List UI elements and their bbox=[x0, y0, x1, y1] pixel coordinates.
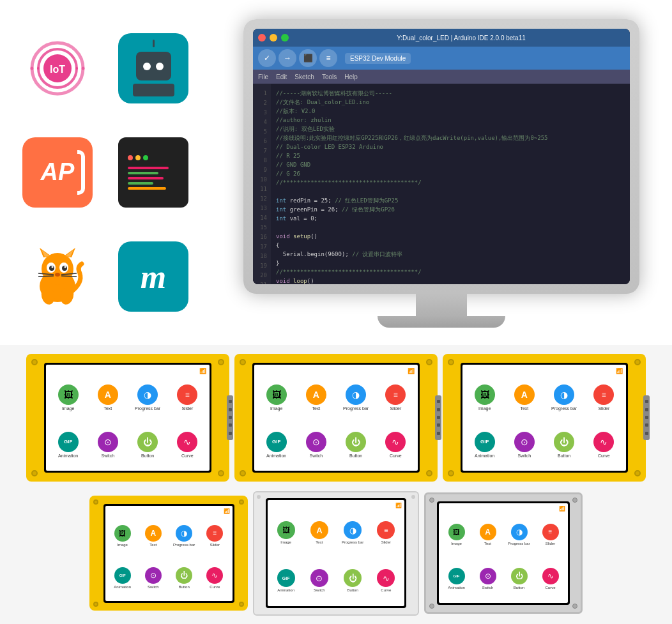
ln-5: 5 bbox=[264, 127, 267, 136]
app-slider-3[interactable]: ≡Slider bbox=[585, 376, 623, 421]
ln-15: 15 bbox=[260, 223, 267, 232]
app-slider-6[interactable]: ≡Slider bbox=[535, 513, 565, 556]
app-switch-4[interactable]: ⊙Switch bbox=[139, 558, 168, 598]
app-switch-1[interactable]: ⊙ Switch bbox=[89, 422, 126, 468]
app-image-2[interactable]: 🖼Image bbox=[257, 376, 295, 421]
window-min-btn[interactable] bbox=[270, 34, 277, 42]
app-curve-2-label: Curve bbox=[390, 453, 402, 458]
connector-pin bbox=[645, 423, 648, 427]
debug-btn[interactable]: ⬛ bbox=[299, 49, 317, 67]
app-animation-4-icon: GIF bbox=[114, 567, 131, 584]
verify-btn[interactable]: ✓ bbox=[258, 49, 276, 67]
app-text-4[interactable]: AText bbox=[139, 515, 168, 556]
app-progress-6[interactable]: ◑Progress bar bbox=[504, 513, 534, 556]
code-line-8: // R 25 bbox=[276, 151, 625, 160]
app-text-label: Text bbox=[103, 406, 112, 411]
app-slider-2[interactable]: ≡Slider bbox=[377, 376, 415, 421]
app-curve-5[interactable]: ∿Curve bbox=[370, 558, 402, 604]
app-text-6[interactable]: AText bbox=[473, 513, 503, 556]
app-text[interactable]: A Text bbox=[89, 376, 126, 421]
app-text-3-icon: A bbox=[514, 384, 535, 405]
dot-yellow bbox=[135, 155, 141, 160]
app-curve-6[interactable]: ∿Curve bbox=[535, 558, 565, 601]
port-selector[interactable]: ESP32 Dev Module bbox=[345, 53, 411, 64]
app-slider-5[interactable]: ≡Slider bbox=[370, 510, 402, 556]
app-switch-6[interactable]: ⊙Switch bbox=[473, 558, 503, 601]
app-button-5[interactable]: ⏻Button bbox=[337, 558, 369, 604]
app-grid-3: 🖼Image AText ◑Progress bar ≡Slider GIFAn… bbox=[466, 376, 623, 468]
code-content[interactable]: //-----湖南软坛博智媒科技有限公司----- //文件名: Dual_co… bbox=[271, 84, 630, 284]
app-animation-2-label: Animation bbox=[266, 453, 286, 458]
app-grid-5: 🖼Image AText ◑Progress bar ≡Slider GIFAn… bbox=[270, 510, 402, 604]
app-curve-3[interactable]: ∿Curve bbox=[585, 422, 623, 468]
app-switch-3[interactable]: ⊙Switch bbox=[505, 422, 543, 468]
app-progress-5[interactable]: ◑Progress bar bbox=[337, 510, 369, 556]
ln-6: 6 bbox=[264, 137, 267, 146]
upload-btn[interactable]: → bbox=[279, 49, 296, 67]
app-curve-1[interactable]: ∿ Curve bbox=[169, 422, 206, 468]
app-progress-3[interactable]: ◑Progress bar bbox=[546, 376, 583, 421]
app-text-2[interactable]: AText bbox=[297, 376, 335, 421]
ln-20: 20 bbox=[260, 271, 267, 280]
menu-help[interactable]: Help bbox=[344, 73, 358, 80]
connector-strip-3 bbox=[643, 395, 650, 440]
app-image-6[interactable]: 🖼Image bbox=[441, 513, 471, 556]
app-animation-2[interactable]: GIFAnimation bbox=[257, 422, 295, 468]
app-progress-4[interactable]: ◑Progress bar bbox=[169, 515, 199, 556]
robot-head bbox=[136, 52, 171, 80]
app-button-6[interactable]: ⏻Button bbox=[504, 558, 534, 601]
app-switch-2[interactable]: ⊙Switch bbox=[297, 422, 335, 468]
app-text-3[interactable]: AText bbox=[505, 376, 543, 421]
app-animation-5[interactable]: GIFAnimation bbox=[270, 558, 302, 604]
bottom-section: 📶 🖼 Image A Text ◑ Progress bar bbox=[0, 345, 672, 624]
menu-edit[interactable]: Edit bbox=[276, 73, 287, 80]
app-curve-4[interactable]: ∿Curve bbox=[200, 558, 229, 598]
app-progress-2-label: Progress bar bbox=[343, 406, 369, 411]
connector-pin bbox=[437, 416, 440, 419]
line-numbers: 1 2 3 4 5 6 7 8 9 10 11 12 13 bbox=[253, 84, 271, 284]
app-slider-4[interactable]: ≡Slider bbox=[200, 515, 229, 556]
code-line-10: // G 26 bbox=[276, 169, 625, 178]
menu-tools[interactable]: Tools bbox=[322, 73, 337, 80]
app-image-3-icon: 🖼 bbox=[475, 384, 495, 405]
app-text-5[interactable]: AText bbox=[303, 510, 335, 556]
code-line-5 bbox=[128, 187, 166, 190]
app-animation[interactable]: GIF Animation bbox=[49, 422, 87, 468]
mount-hole-br bbox=[218, 470, 224, 476]
app-animation-4[interactable]: GIFAnimation bbox=[108, 558, 137, 598]
menu-file[interactable]: File bbox=[258, 73, 268, 80]
screen-content-5: 📶 🖼Image AText ◑Progress bar ≡Slider GIF… bbox=[268, 500, 404, 606]
app-image-label: Image bbox=[62, 406, 74, 411]
screen-content-3: 📶 🖼Image AText ◑Progress bar ≡Slider GIF… bbox=[462, 365, 626, 471]
window-max-btn[interactable] bbox=[281, 34, 289, 42]
connector-pin bbox=[229, 400, 232, 403]
serial-btn[interactable]: ≡ bbox=[319, 49, 337, 67]
connector-pin bbox=[645, 408, 648, 411]
monitor-screen: Y:Dual_color_LED | Arduino IDE 2.0.0 bet… bbox=[253, 29, 630, 284]
app-button-2[interactable]: ⏻Button bbox=[337, 422, 375, 468]
app-animation-3[interactable]: GIFAnimation bbox=[466, 422, 503, 468]
app-switch-5[interactable]: ⊙Switch bbox=[303, 558, 335, 604]
app-progress-5-label: Progress bar bbox=[342, 540, 363, 544]
app-slider-2-label: Slider bbox=[390, 406, 401, 411]
app-image-4[interactable]: 🖼Image bbox=[108, 515, 137, 556]
app-slider[interactable]: ≡ Slider bbox=[169, 376, 206, 421]
wifi-icon-6: 📶 bbox=[559, 506, 565, 512]
app-curve-2[interactable]: ∿Curve bbox=[377, 422, 415, 468]
app-progress-2[interactable]: ◑Progress bar bbox=[337, 376, 375, 421]
screen-border-6: 📶 🖼Image AText ◑Progress bar ≡Slider GIF… bbox=[437, 501, 570, 605]
code-line-1 bbox=[128, 167, 169, 169]
app-animation-6[interactable]: GIFAnimation bbox=[441, 558, 471, 601]
window-close-btn[interactable] bbox=[258, 34, 266, 42]
app-image-5[interactable]: 🖼Image bbox=[270, 510, 302, 556]
makecode-m-letter: m bbox=[141, 258, 166, 296]
svg-point-12 bbox=[52, 266, 54, 268]
app-button-1[interactable]: ⏻ Button bbox=[129, 422, 167, 468]
robot-icon bbox=[118, 33, 188, 103]
app-progress[interactable]: ◑ Progress bar bbox=[129, 376, 167, 421]
menu-sketch[interactable]: Sketch bbox=[294, 73, 314, 80]
app-image-3[interactable]: 🖼Image bbox=[466, 376, 503, 421]
app-button-3[interactable]: ⏻Button bbox=[546, 422, 583, 468]
app-button-4[interactable]: ⏻Button bbox=[169, 558, 199, 598]
app-image[interactable]: 🖼 Image bbox=[49, 376, 87, 421]
